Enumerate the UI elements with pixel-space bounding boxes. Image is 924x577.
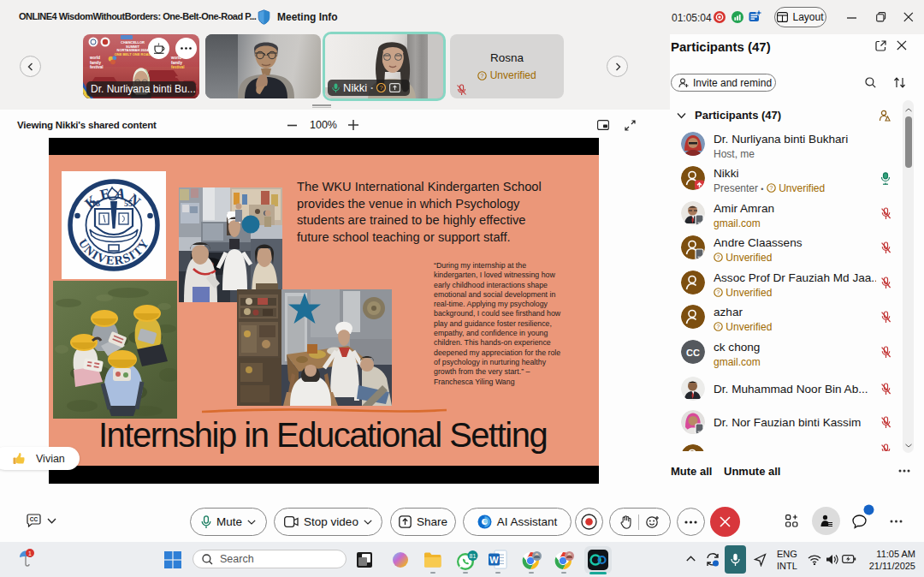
svg-text:?: ? [481, 73, 484, 79]
svg-text:1: 1 [28, 550, 32, 556]
svg-text:55: 55 [124, 199, 133, 208]
svg-text:?: ? [769, 185, 773, 191]
svg-text:?: ? [717, 289, 720, 295]
svg-text:18: 18 [92, 199, 100, 208]
svg-text:?: ? [379, 84, 382, 92]
svg-text:?: ? [717, 254, 720, 260]
svg-text:CC: CC [30, 516, 38, 522]
svg-text:CC: CC [686, 348, 700, 358]
svg-text:?: ? [717, 324, 720, 330]
svg-text:81: 81 [470, 553, 477, 559]
svg-text:W: W [489, 555, 499, 565]
